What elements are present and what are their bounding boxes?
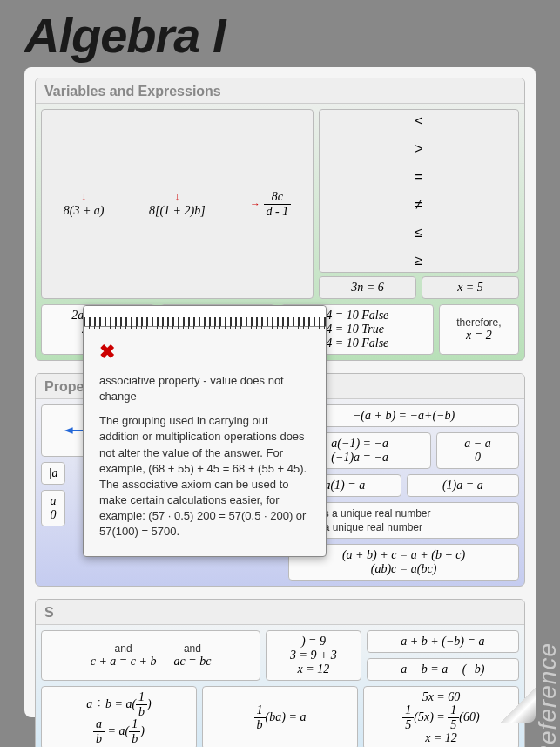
- subtraction-def: a − b = a + (−b): [367, 658, 519, 681]
- comparison-operators: <>=≠≤≥: [319, 109, 519, 273]
- section-header: Variables and Expressions: [36, 78, 524, 104]
- spiral-binding-icon: [84, 306, 326, 327]
- popup-body-text: The grouping used in carrying out additi…: [99, 413, 310, 540]
- page-curl-icon[interactable]: [501, 688, 536, 723]
- section-header: S: [36, 600, 524, 625]
- partial-cell: a 0: [41, 490, 65, 526]
- close-icon[interactable]: ✖: [99, 339, 115, 366]
- arrow-icon: →: [250, 197, 260, 209]
- page-title: Algebra I: [0, 0, 560, 67]
- inverse-property: a + b + (−b) = a: [367, 630, 519, 653]
- svg-marker-1: [64, 427, 73, 434]
- equation-example: 3n = 6: [319, 276, 416, 299]
- solve-mult: 5x = 60 15(5x) = 15(60) x = 12: [363, 686, 519, 747]
- property-additive-inverse: a − a 0: [436, 432, 519, 469]
- section-solving: S and c + a = c + b and ac = bc ) = 9 3 …: [35, 599, 525, 747]
- definition-popup: ✖ associative property - value does not …: [83, 305, 327, 557]
- equality-properties: and c + a = c + b and ac = bc: [41, 630, 260, 681]
- reciprocal-property: 1b(ba) = a: [202, 686, 358, 747]
- working-partial: ) = 9 3 = 9 + 3 x = 12: [266, 630, 361, 681]
- conclusion: therefore, x = 2: [439, 304, 519, 355]
- property-mult-identity: (1)a = a: [407, 474, 519, 497]
- arrow-icon: ↓: [174, 191, 179, 203]
- popup-heading: associative property - value does not ch…: [99, 373, 310, 404]
- expression-examples: ↓8(3 + a) ↓8[(1 + 2)b] → 8cd - 1: [41, 109, 314, 299]
- equation-example: x = 5: [422, 276, 519, 299]
- division-def: a ÷ b = a(1b) ab = a(1b): [41, 686, 197, 747]
- partial-cell: |a: [41, 462, 65, 485]
- arrow-icon: ↓: [81, 191, 86, 203]
- side-label: Quick Reference: [534, 642, 560, 747]
